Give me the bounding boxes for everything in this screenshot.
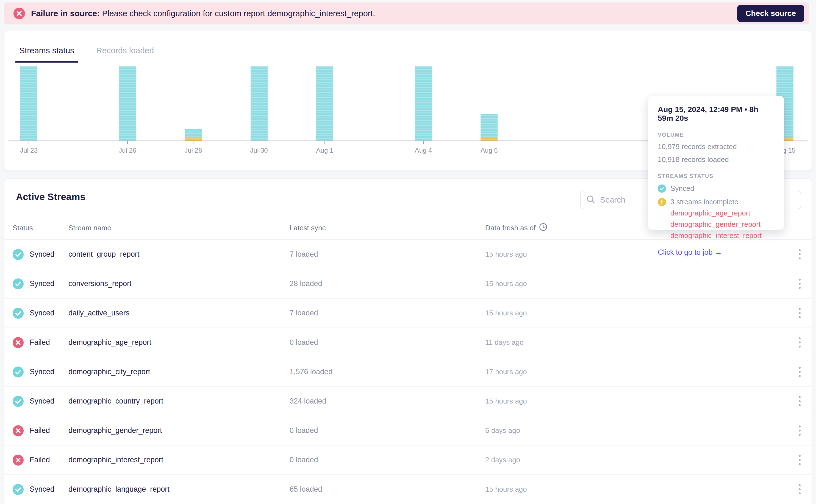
tab-streams-status[interactable]: Streams status [15, 46, 78, 63]
synced-check-icon [13, 484, 24, 495]
page-title: Active Streams [16, 191, 85, 202]
failed-x-icon [13, 455, 24, 466]
col-data-fresh: Data fresh as of [485, 224, 536, 232]
synced-check-icon [13, 308, 24, 319]
status-label: Failed [30, 426, 50, 435]
table-row: Syncedconversions_report28 loaded15 hour… [4, 269, 812, 299]
chart-bar[interactable] [480, 114, 497, 141]
tooltip-synced-label: Synced [671, 184, 694, 193]
latest-sync-value: 324 loaded [290, 397, 485, 405]
error-banner: Failure in source: Please check configur… [4, 2, 809, 24]
stream-name: daily_active_users [68, 309, 290, 317]
chart-bar[interactable] [184, 129, 201, 141]
tooltip-volume-label: VOLUME [658, 132, 774, 138]
status-label: Synced [30, 279, 54, 288]
bar-synced-segment [119, 66, 136, 141]
bar-synced-segment [251, 66, 268, 141]
latest-sync-value: 28 loaded [290, 279, 485, 288]
latest-sync-value: 0 loaded [290, 426, 485, 435]
tab-records-loaded[interactable]: Records loaded [92, 46, 158, 63]
chart-bar[interactable] [119, 66, 136, 141]
data-fresh-value: 17 hours ago [485, 368, 784, 376]
axis-tick [325, 141, 325, 144]
stream-name: demographic_interest_report [68, 456, 290, 464]
stream-name: demographic_country_report [68, 397, 290, 405]
table-row: Faileddemographic_interest_report0 loade… [4, 446, 812, 475]
table-row: Faileddemographic_age_report0 loaded11 d… [4, 328, 812, 357]
error-icon [13, 8, 25, 19]
failed-x-icon [13, 337, 24, 348]
table-row: Synceddemographic_language_report65 load… [4, 475, 812, 504]
banner-message: Failure in source: Please check configur… [31, 9, 375, 18]
data-fresh-value: 2 days ago [485, 456, 784, 464]
axis-label: Jul 30 [240, 147, 278, 154]
table-row: Synceddaily_active_users7 loaded15 hours… [4, 299, 812, 328]
col-latest-sync: Latest sync [290, 224, 485, 232]
bar-synced-segment [415, 66, 432, 141]
axis-label: Jul 26 [108, 147, 147, 154]
row-menu-button[interactable] [796, 481, 803, 497]
axis-tick [785, 141, 785, 144]
chart-bar[interactable] [316, 66, 333, 141]
row-menu-button[interactable] [796, 247, 803, 262]
stream-name: conversions_report [68, 279, 290, 288]
tooltip-streams-status-label: STREAMS STATUS [658, 173, 774, 179]
data-fresh-value: 11 days ago [485, 338, 784, 347]
stream-name: demographic_gender_report [68, 426, 290, 435]
latest-sync-value: 65 loaded [290, 485, 485, 494]
failed-x-icon [13, 425, 24, 436]
latest-sync-value: 0 loaded [290, 456, 485, 464]
status-label: Synced [30, 397, 54, 405]
sync-tooltip: Aug 15, 2024, 12:49 PM • 8h 59m 20s VOLU… [648, 96, 784, 230]
row-menu-button[interactable] [796, 423, 803, 438]
incomplete-stream-link[interactable]: demographic_gender_report [671, 220, 774, 229]
stream-name: demographic_language_report [68, 485, 290, 494]
axis-label: Aug 6 [470, 147, 508, 154]
warning-icon [658, 198, 666, 206]
data-fresh-value: 6 days ago [485, 426, 784, 435]
chart-bar[interactable] [251, 66, 268, 141]
bar-synced-segment [316, 66, 333, 141]
axis-tick [259, 141, 259, 144]
axis-tick [423, 141, 424, 144]
axis-label: Jul 23 [10, 147, 48, 154]
tooltip-incomplete-label: 3 streams incomplete [671, 198, 738, 206]
status-label: Synced [30, 368, 54, 376]
clock-icon [539, 223, 547, 233]
status-label: Failed [30, 338, 50, 347]
tooltip-records-extracted: 10,979 records extracted [658, 142, 774, 151]
chart-bar[interactable] [415, 66, 432, 141]
stream-name: demographic_age_report [68, 338, 290, 347]
synced-check-icon [13, 396, 24, 407]
synced-check-icon [13, 278, 24, 289]
row-menu-button[interactable] [796, 364, 803, 380]
table-row: Synceddemographic_country_report324 load… [4, 387, 812, 416]
data-fresh-value: 15 hours ago [485, 397, 784, 405]
go-to-job-link[interactable]: Click to go to job → [658, 248, 722, 257]
row-menu-button[interactable] [796, 393, 803, 409]
row-menu-button[interactable] [796, 305, 803, 321]
status-label: Synced [30, 485, 54, 494]
bar-synced-segment [184, 129, 201, 137]
data-fresh-value: 15 hours ago [485, 279, 784, 288]
latest-sync-value: 1,576 loaded [290, 368, 485, 376]
col-status: Status [13, 224, 68, 232]
bar-synced-segment [480, 114, 497, 138]
chart-bar[interactable] [20, 66, 37, 141]
row-menu-button[interactable] [796, 335, 803, 350]
incomplete-stream-link[interactable]: demographic_age_report [671, 209, 774, 217]
row-menu-button[interactable] [796, 276, 803, 292]
latest-sync-value: 7 loaded [290, 309, 485, 317]
check-source-button[interactable]: Check source [737, 5, 804, 22]
data-fresh-value: 15 hours ago [485, 485, 784, 494]
search-icon [586, 195, 595, 205]
axis-label: Aug 4 [404, 147, 443, 154]
row-menu-button[interactable] [796, 452, 803, 468]
table-row: Synceddemographic_city_report1,576 loade… [4, 357, 812, 387]
col-stream-name: Stream name [68, 224, 290, 232]
incomplete-stream-link[interactable]: demographic_interest_report [671, 231, 774, 240]
tooltip-title: Aug 15, 2024, 12:49 PM • 8h 59m 20s [658, 105, 774, 123]
stream-name: demographic_city_report [68, 368, 290, 376]
bar-synced-segment [20, 66, 37, 141]
bar-incomplete-segment [480, 138, 497, 141]
